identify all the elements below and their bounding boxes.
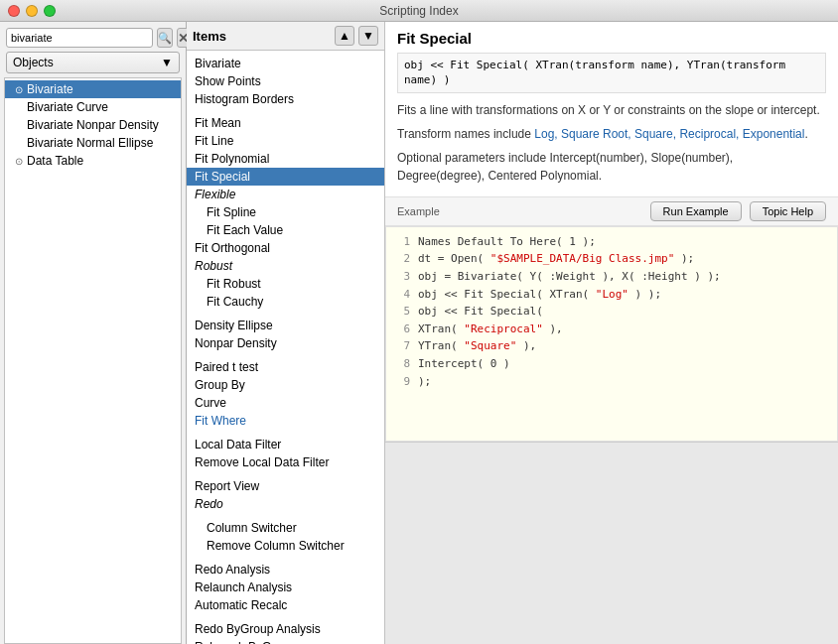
objects-dropdown-label: Objects — [13, 56, 54, 69]
title-bar: Scripting Index — [0, 0, 838, 22]
list-item[interactable]: Redo Analysis — [187, 561, 384, 579]
list-item[interactable]: Fit Each Value — [187, 221, 384, 239]
line-number: 1 — [394, 233, 410, 251]
code-line: 6 XTran( "Reciprocal" ), — [394, 321, 829, 338]
tree-item-label: Bivariate — [27, 82, 73, 96]
objects-dropdown[interactable]: Objects ▼ — [6, 52, 180, 73]
list-item[interactable]: Relaunch Analysis — [187, 579, 384, 596]
list-item[interactable]: Fit Line — [187, 132, 384, 150]
list-item[interactable]: Fit Special — [187, 168, 384, 186]
line-code: obj << Fit Special( XTran( "Log" ) ); — [418, 286, 661, 304]
code-line: 7 YTran( "Square" ), — [394, 337, 829, 355]
code-line: 4obj << Fit Special( XTran( "Log" ) ); — [394, 286, 829, 304]
action-buttons: Run Example Topic Help — [650, 201, 826, 221]
tree-item-bivariate-curve[interactable]: Bivariate Curve — [5, 98, 181, 116]
code-line: 9); — [394, 373, 829, 391]
dropdown-chevron-icon: ▼ — [161, 56, 173, 69]
tree-panel[interactable]: ⊙ Bivariate Bivariate Curve Bivariate No… — [4, 77, 182, 644]
window-title: Scripting Index — [379, 4, 458, 18]
scroll-up-button[interactable]: ▲ — [335, 26, 354, 46]
tree-item-label: Bivariate Curve — [27, 100, 108, 114]
items-header: Items ▲ ▼ — [187, 22, 384, 51]
code-line: 2dt = Open( "$SAMPLE_DATA/Big Class.jmp"… — [394, 250, 829, 268]
code-line: 3obj = Bivariate( Y( :Weight ), X( :Heig… — [394, 268, 829, 286]
list-item[interactable]: Group By — [187, 376, 384, 394]
list-item[interactable]: Show Points — [187, 72, 384, 90]
bottom-empty-area — [385, 442, 838, 644]
expand-icon: ⊙ — [15, 84, 23, 95]
line-number: 9 — [394, 373, 410, 391]
tree-item-data-table[interactable]: ⊙ Data Table — [5, 152, 181, 170]
minimize-button[interactable] — [26, 5, 38, 17]
list-item[interactable]: Flexible — [187, 186, 384, 203]
maximize-button[interactable] — [44, 5, 56, 17]
main-container: 🔍 ✕ ⚙ Objects ▼ ⊙ Bivariate Bivariate Cu… — [0, 22, 838, 644]
list-item[interactable]: Histogram Borders — [187, 90, 384, 108]
line-number: 7 — [394, 337, 410, 355]
list-item[interactable]: Fit Cauchy — [187, 293, 384, 311]
search-input[interactable] — [6, 28, 153, 48]
description-1: Fits a line with transformations on X or… — [397, 101, 826, 119]
list-item[interactable]: Density Ellipse — [187, 317, 384, 334]
list-item[interactable]: Column Switcher — [187, 519, 384, 537]
list-item[interactable]: Fit Spline — [187, 203, 384, 221]
run-example-button[interactable]: Run Example — [650, 201, 742, 221]
right-panel-title: Fit Special — [397, 30, 826, 47]
list-item[interactable]: Redo — [187, 495, 384, 513]
line-number: 2 — [394, 250, 410, 268]
line-code: ); — [418, 373, 431, 391]
list-item[interactable]: Curve — [187, 394, 384, 412]
line-code: Intercept( 0 ) — [418, 355, 510, 373]
list-item[interactable]: Local Data Filter — [187, 436, 384, 453]
list-item[interactable]: Remove Column Switcher — [187, 537, 384, 555]
code-block: 1Names Default To Here( 1 );2dt = Open( … — [385, 226, 838, 442]
right-top: Fit Special obj << Fit Special( XTran(tr… — [385, 22, 838, 196]
tree-item-label: Data Table — [27, 154, 83, 168]
line-code: YTran( "Square" ), — [418, 337, 536, 355]
line-number: 5 — [394, 303, 410, 321]
left-panel: 🔍 ✕ ⚙ Objects ▼ ⊙ Bivariate Bivariate Cu… — [0, 22, 187, 644]
expand-icon: ⊙ — [15, 156, 23, 167]
description-3: Optional parameters include Intercept(nu… — [397, 149, 826, 185]
middle-panel: Items ▲ ▼ BivariateShow PointsHistogram … — [187, 22, 385, 644]
list-item[interactable]: Remove Local Data Filter — [187, 453, 384, 471]
list-item[interactable]: Paired t test — [187, 358, 384, 376]
line-number: 3 — [394, 268, 410, 286]
list-item[interactable]: Report View — [187, 477, 384, 495]
search-button[interactable]: 🔍 — [157, 28, 173, 48]
list-item[interactable]: Automatic Recalc — [187, 596, 384, 614]
right-panel: Fit Special obj << Fit Special( XTran(tr… — [385, 22, 838, 644]
list-item[interactable]: Fit Orthogonal — [187, 239, 384, 257]
items-header-label: Items — [193, 29, 331, 44]
tree-item-bivariate[interactable]: ⊙ Bivariate — [5, 80, 181, 98]
items-list[interactable]: BivariateShow PointsHistogram BordersFit… — [187, 51, 384, 644]
line-code: dt = Open( "$SAMPLE_DATA/Big Class.jmp" … — [418, 250, 694, 268]
list-item[interactable]: Fit Mean — [187, 114, 384, 132]
list-item[interactable]: Fit Where — [187, 412, 384, 430]
code-line: 8 Intercept( 0 ) — [394, 355, 829, 373]
line-number: 8 — [394, 355, 410, 373]
tree-item-bivariate-normal[interactable]: Bivariate Normal Ellipse — [5, 134, 181, 152]
list-item[interactable]: Nonpar Density — [187, 334, 384, 352]
window-controls — [8, 5, 56, 17]
scroll-down-button[interactable]: ▼ — [358, 26, 378, 46]
line-number: 6 — [394, 321, 410, 338]
line-code: Names Default To Here( 1 ); — [418, 233, 596, 251]
tree-item-label: Bivariate Nonpar Density — [27, 118, 159, 132]
tree-item-label: Bivariate Normal Ellipse — [27, 136, 153, 150]
list-item[interactable]: Fit Polynomial — [187, 150, 384, 168]
search-bar: 🔍 ✕ ⚙ — [0, 22, 186, 52]
list-item[interactable]: Robust — [187, 257, 384, 275]
list-item[interactable]: Bivariate — [187, 55, 384, 72]
line-code: obj << Fit Special( — [418, 303, 543, 321]
list-item[interactable]: Relaunch ByGroup — [187, 638, 384, 644]
line-code: obj = Bivariate( Y( :Weight ), X( :Heigh… — [418, 268, 721, 286]
close-button[interactable] — [8, 5, 20, 17]
list-item[interactable]: Fit Robust — [187, 275, 384, 293]
example-label: Example — [397, 205, 440, 217]
code-line: 5obj << Fit Special( — [394, 303, 829, 321]
tree-item-bivariate-nonpar[interactable]: Bivariate Nonpar Density — [5, 116, 181, 134]
topic-help-button[interactable]: Topic Help — [750, 201, 826, 221]
right-buttons-bar: Example Run Example Topic Help — [385, 196, 838, 226]
list-item[interactable]: Redo ByGroup Analysis — [187, 620, 384, 638]
